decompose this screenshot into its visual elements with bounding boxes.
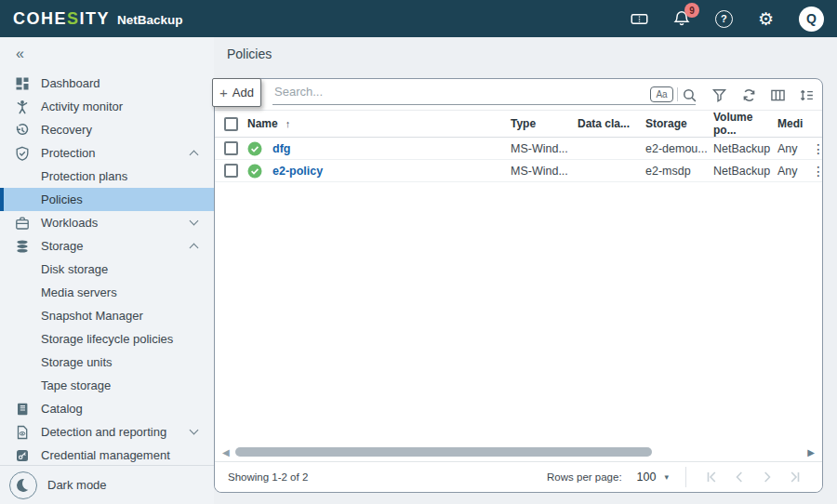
notifications-bell-icon[interactable]: 9 [673,10,690,27]
dark-mode-toggle[interactable]: Dark mode [0,465,214,504]
ticket-icon[interactable] [631,11,648,27]
columns-icon[interactable] [769,86,786,103]
sidebar-item-snapshot-manager[interactable]: Snapshot Manager [0,304,214,327]
sidebar-item-label: Catalog [41,402,83,416]
search-icon[interactable] [681,86,698,103]
sidebar-item-detection-and-reporting[interactable]: Detection and reporting [0,420,214,444]
cell-type: MS-Wind... [511,165,578,178]
last-page-icon[interactable] [781,470,809,484]
credential-key-icon [14,447,30,463]
row-checkbox[interactable] [224,141,238,155]
help-icon[interactable]: ? [715,10,733,28]
cell-volume-pool: NetBackup [713,165,777,178]
sidebar-item-label: Credential management [41,448,170,462]
chevron-down-icon [190,217,199,226]
sidebar-item-dashboard[interactable]: Dashboard [0,72,214,95]
policy-link[interactable]: e2-policy [272,165,323,178]
status-success-icon [247,141,262,156]
sidebar-item-storage-units[interactable]: Storage units [0,351,214,374]
search-input[interactable] [274,85,637,99]
chevron-up-icon [190,244,199,253]
sort-ascending-icon[interactable]: ↑ [286,118,291,129]
dropdown-caret-icon[interactable]: ▾ [664,472,669,482]
scroll-left-arrow-icon[interactable]: ◀ [222,447,230,458]
sidebar-item-workloads[interactable]: Workloads [0,211,214,234]
status-success-icon [247,164,262,179]
column-header-media[interactable]: Medi [777,117,809,130]
report-document-eye-icon [14,424,30,440]
sidebar-item-label: Protection plans [41,169,127,183]
horizontal-scrollbar: ◀ ▶ [220,445,817,458]
next-page-icon[interactable] [753,470,781,484]
cell-volume-pool: NetBackup [713,142,777,155]
showing-count-text: Showing 1-2 of 2 [228,471,308,483]
rows-per-page-select[interactable]: 100 [637,471,657,484]
scrollbar-thumb[interactable] [235,447,652,457]
app-logo: COHESITY NetBackup [13,9,183,29]
cell-type: MS-Wind... [511,142,578,155]
sidebar-item-activity-monitor[interactable]: Activity monitor [0,95,214,118]
column-header-name[interactable]: Name [247,117,278,130]
sidebar-item-storage-lifecycle-policies[interactable]: Storage lifecycle policies [0,327,214,351]
footer-divider [685,467,686,487]
dark-mode-moon-icon [9,471,37,499]
match-case-icon[interactable]: Aa [650,86,673,102]
notification-count-badge: 9 [684,3,699,18]
select-all-checkbox[interactable] [224,117,238,131]
sidebar-item-disk-storage[interactable]: Disk storage [0,258,214,281]
sidebar-item-label: Disk storage [41,262,108,276]
chevron-up-icon [190,151,199,160]
cell-storage: e2-demou... [645,142,713,155]
activity-monitor-icon [14,99,30,114]
sidebar-item-protection[interactable]: Protection [0,141,214,165]
sidebar-item-storage[interactable]: Storage [0,234,214,258]
previous-page-icon[interactable] [725,470,753,484]
storage-database-icon [14,238,30,254]
policy-link[interactable]: dfg [272,142,290,155]
sidebar-item-label: Recovery [41,123,92,137]
sidebar-collapse-button[interactable]: « [0,42,214,66]
sidebar-item-protection-plans[interactable]: Protection plans [0,165,214,188]
column-header-type[interactable]: Type [511,117,578,130]
row-density-icon[interactable] [798,86,815,103]
row-menu-icon[interactable]: ⋮ [809,164,828,179]
sidebar-item-label: Dashboard [41,76,100,90]
refresh-icon[interactable] [740,86,757,103]
sidebar-item-label: Storage lifecycle policies [41,332,173,346]
settings-gear-icon[interactable]: ⚙ [758,10,774,28]
column-header-volume-pool[interactable]: Volume po... [713,111,777,137]
table-footer: Showing 1-2 of 2 Rows per page: 100 ▾ [215,461,822,492]
sidebar-item-label: Policies [41,192,83,206]
filter-icon[interactable] [711,86,727,103]
protection-shield-icon [14,145,30,161]
cell-media: Any [777,142,809,155]
row-menu-icon[interactable]: ⋮ [809,141,828,156]
app-header: COHESITY NetBackup 9 ? ⚙ Q [0,0,837,37]
column-header-storage[interactable]: Storage [645,117,713,130]
sidebar-item-recovery[interactable]: Recovery [0,118,214,141]
chevron-down-icon [190,426,199,435]
scroll-right-arrow-icon[interactable]: ▶ [807,447,815,458]
search-underline [272,104,696,105]
row-checkbox[interactable] [224,164,238,178]
add-policy-button[interactable]: + Add [212,78,261,107]
user-avatar[interactable]: Q [799,7,824,32]
collapse-chevrons-icon: « [16,46,24,62]
first-page-icon[interactable] [698,470,725,484]
catalog-book-icon [14,401,30,417]
table-row: dfg MS-Wind... e2-demou... NetBackup Any… [215,138,822,160]
brand-cohesity: COHESITY [13,9,110,29]
sidebar-item-label: Detection and reporting [41,425,166,439]
sidebar-item-media-servers[interactable]: Media servers [0,281,214,304]
sidebar-item-label: Storage units [41,355,113,369]
plus-icon: + [219,85,228,100]
sidebar-item-catalog[interactable]: Catalog [0,397,214,420]
sidebar-item-policies[interactable]: Policies [0,188,214,211]
table-toolbar: + Add Aa [215,79,822,111]
dark-mode-label: Dark mode [47,478,107,492]
toolbar-divider [677,87,678,101]
pagination-controls [698,470,809,484]
column-header-data-classification[interactable]: Data cla... [578,117,645,130]
sidebar-item-credential-management[interactable]: Credential management [0,444,214,467]
sidebar-item-tape-storage[interactable]: Tape storage [0,374,214,397]
